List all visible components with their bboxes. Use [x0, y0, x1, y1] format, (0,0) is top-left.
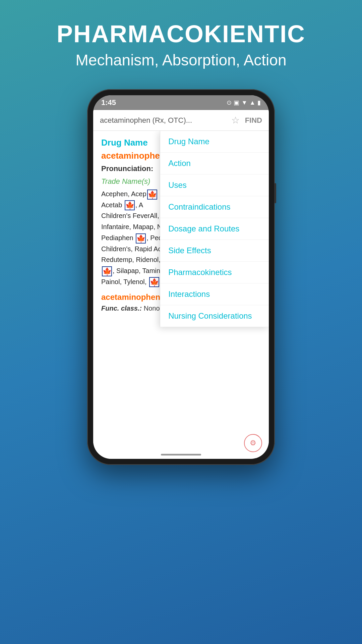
dropdown-item-nursing[interactable]: Nursing Considerations [160, 305, 269, 327]
signal-icon: ▲ [249, 99, 255, 106]
search-drug-name: acetaminophen (Rx, OTC)... [100, 116, 231, 125]
dropdown-item-pharmacokinetics[interactable]: Pharmacokinetics [160, 262, 269, 283]
dropdown-item-uses[interactable]: Uses [160, 174, 269, 196]
favorite-star-icon[interactable]: ☆ [231, 115, 240, 126]
find-button[interactable]: FIND [245, 116, 262, 125]
maple-leaf-12: 🍁 [149, 277, 159, 287]
maple-leaf-9: 🍁 [102, 266, 112, 276]
battery-icon: ▮ [257, 99, 261, 106]
page-subtitle: Mechanism, Absorption, Action [57, 51, 305, 69]
camera-icon: ▣ [234, 99, 239, 106]
dropdown-item-action[interactable]: Action [160, 153, 269, 174]
status-bar: 1:45 ⊙ ▣ ▼ ▲ ▮ [93, 95, 269, 110]
settings-icon: ⚙ [250, 439, 256, 447]
func-class-label: Func. class.: [101, 305, 142, 312]
phone-screen: 1:45 ⊙ ▣ ▼ ▲ ▮ acetaminophen (Rx, OTC)..… [93, 95, 269, 459]
dropdown-item-contraindications[interactable]: Contraindications [160, 196, 269, 218]
search-bar[interactable]: acetaminophen (Rx, OTC)... ☆ FIND [93, 110, 269, 131]
power-button [274, 183, 276, 203]
dropdown-item-interactions[interactable]: Interactions [160, 283, 269, 305]
status-icons: ⊙ ▣ ▼ ▲ ▮ [227, 99, 261, 106]
circle-icon: ⊙ [227, 99, 232, 106]
home-indicator [161, 454, 201, 455]
content-area: Drug Name acetaminophen Pronunciation: T… [93, 131, 269, 459]
dropdown-item-side-effects[interactable]: Side Effects [160, 240, 269, 262]
maple-leaf-1: 🍁 [147, 190, 157, 200]
header-section: PHARMACOKIENTIC Mechanism, Absorption, A… [43, 0, 319, 83]
phone-wrapper: 1:45 ⊙ ▣ ▼ ▲ ▮ acetaminophen (Rx, OTC)..… [87, 89, 275, 465]
dropdown-overlay: Drug Name Action Uses Contraindications … [160, 131, 269, 327]
phone-frame: 1:45 ⊙ ▣ ▼ ▲ ▮ acetaminophen (Rx, OTC)..… [87, 89, 275, 465]
dropdown-item-drug-name[interactable]: Drug Name [160, 131, 269, 153]
dropdown-item-dosage-routes[interactable]: Dosage and Routes [160, 218, 269, 240]
page-title: PHARMACOKIENTIC [57, 20, 305, 48]
maple-leaf-2: 🍁 [125, 200, 135, 210]
settings-button[interactable]: ⚙ [244, 434, 262, 452]
maple-leaf-5: 🍁 [136, 233, 146, 244]
status-time: 1:45 [101, 98, 116, 107]
wifi-icon: ▼ [241, 99, 247, 106]
